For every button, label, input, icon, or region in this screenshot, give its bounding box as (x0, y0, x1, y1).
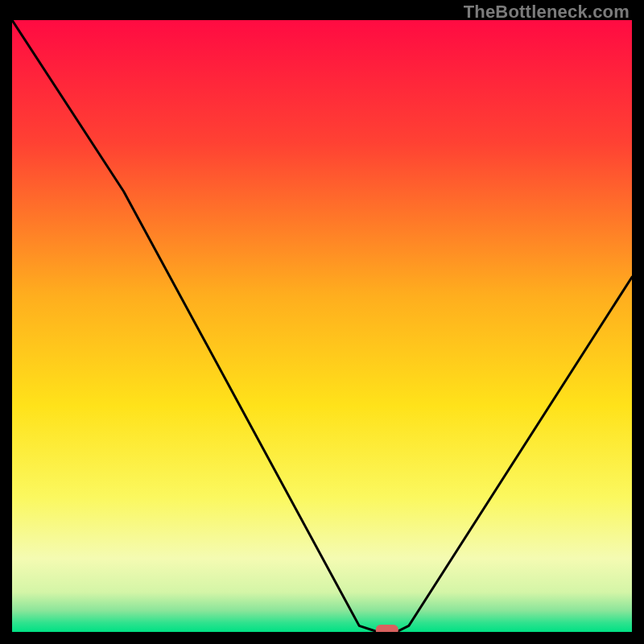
chart-svg (12, 20, 632, 632)
optimum-marker (376, 625, 398, 632)
chart-frame (12, 20, 632, 632)
chart-background (12, 20, 632, 632)
